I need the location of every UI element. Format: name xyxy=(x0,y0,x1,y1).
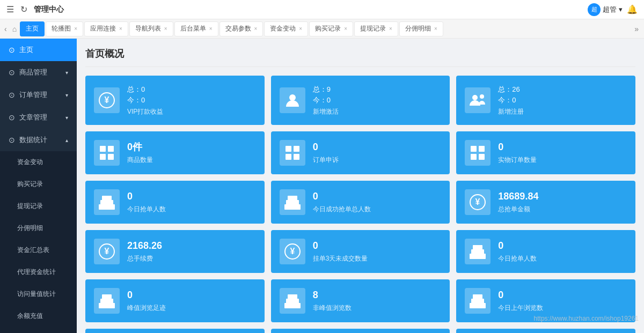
today-grab2-label: 今日抢单人数 xyxy=(498,254,627,263)
activate-icon xyxy=(280,87,305,113)
vip-icon: ¥ xyxy=(94,87,120,113)
user-menu[interactable]: 超 超管 ▾ xyxy=(588,3,623,16)
tab-withdraw-label: 提现记录 xyxy=(360,24,386,33)
tab-nav-home[interactable]: ⌂ xyxy=(10,25,19,33)
sidebar-item-fundchange[interactable]: 资金变动 xyxy=(0,151,77,173)
tab-commission-close[interactable]: × xyxy=(434,26,437,32)
top-bar-right: 超 超管 ▾ 🔔 xyxy=(588,3,638,16)
sidebar-item-recharge[interactable]: 余额充值 xyxy=(0,305,77,327)
today-grab2-value: 0 xyxy=(498,240,627,252)
user-dropdown-icon: ▾ xyxy=(619,5,623,13)
nonpeak-browse-label: 非峰值浏览数 xyxy=(313,304,442,313)
tab-withdraw[interactable]: 提现记录 × xyxy=(354,21,398,36)
order-appeal-value: 0 xyxy=(313,141,442,153)
pending-3days-label: 挂单3天未成交数量 xyxy=(313,254,442,263)
activate-label: 新增激活 xyxy=(313,107,442,116)
tab-home[interactable]: 主页 xyxy=(20,21,45,36)
username: 超管 xyxy=(603,5,617,14)
svg-rect-18 xyxy=(100,200,113,205)
tab-nav-back[interactable]: ‹ xyxy=(2,25,9,33)
svg-text:¥: ¥ xyxy=(105,95,109,105)
svg-rect-30 xyxy=(471,249,484,254)
total-grab-amount-label: 总抢单金额 xyxy=(498,205,627,214)
svg-rect-32 xyxy=(99,303,115,308)
stats-grid: ¥ 总：0 今：0 VIP打款收益 总：9 xyxy=(85,76,635,333)
fundsummary-label: 资金汇总表 xyxy=(17,246,49,255)
goods-icon: ⊙ xyxy=(9,68,15,77)
sidebar-order-label: 订单管理 xyxy=(19,90,47,100)
content-area: 首页概况 ¥ 总：0 今：0 VIP打款收益 xyxy=(77,39,644,333)
sidebar-item-article[interactable]: ⊙ 文章管理 ▾ xyxy=(0,106,77,129)
peak-browse-value: 0 xyxy=(127,289,256,301)
refresh-icon[interactable]: ↻ xyxy=(20,4,27,14)
tab-navlist[interactable]: 导航列表 × xyxy=(129,21,173,36)
menu-icon[interactable]: ☰ xyxy=(6,4,14,14)
tab-commission-label: 分佣明细 xyxy=(405,24,431,33)
tab-tradeparams[interactable]: 交易参数 × xyxy=(219,21,264,36)
sidebar-item-home[interactable]: ⊙ 主页 xyxy=(0,39,77,61)
sidebar-item-visitstats[interactable]: 访问量值统计 xyxy=(0,283,77,305)
home-icon: ⊙ xyxy=(9,46,15,54)
svg-rect-21 xyxy=(286,200,299,205)
activate-info: 总：9 今：0 新增激活 xyxy=(313,84,442,116)
total-grab-amount-value: 18689.84 xyxy=(498,190,627,203)
stats-icon: ⊙ xyxy=(9,136,15,144)
buyrecord-label: 购买记录 xyxy=(17,180,43,189)
top-bar-left: ☰ ↻ 管理中心 xyxy=(6,4,64,14)
activate-total: 总：9 xyxy=(313,84,442,95)
sidebar-item-commission[interactable]: 分佣明细 xyxy=(0,217,77,239)
fundchange-label: 资金变动 xyxy=(17,158,43,167)
tab-commission[interactable]: 分佣明细 × xyxy=(399,21,443,36)
bell-icon[interactable]: 🔔 xyxy=(627,4,638,14)
physical-order-value: 0 xyxy=(498,141,627,153)
sidebar-item-fundsummary[interactable]: 资金汇总表 xyxy=(0,239,77,261)
tab-buyrecord-close[interactable]: × xyxy=(344,26,347,32)
sidebar-article-label: 文章管理 xyxy=(19,113,47,122)
sidebar-item-withdrawrecord[interactable]: 提现记录 xyxy=(0,195,77,217)
top-bar: ☰ ↻ 管理中心 超 超管 ▾ 🔔 xyxy=(0,0,644,19)
physical-order-label: 实物订单数量 xyxy=(498,156,627,165)
tab-applink[interactable]: 应用连接 × xyxy=(84,21,128,36)
peak-browse-icon xyxy=(94,288,120,314)
stat-card-total-fee: ¥ 2168.26 总手续费 xyxy=(85,230,265,273)
tab-withdraw-close[interactable]: × xyxy=(389,26,392,32)
sidebar-item-goods[interactable]: ⊙ 商品管理 ▾ xyxy=(0,61,77,84)
svg-rect-13 xyxy=(471,146,477,152)
tab-more-btn[interactable]: » xyxy=(631,25,642,33)
today-grab2-icon xyxy=(465,239,491,264)
vip-total: 总：0 xyxy=(127,84,256,95)
tab-buyrecord[interactable]: 购买记录 × xyxy=(309,21,353,36)
tab-backendmenu-close[interactable]: × xyxy=(209,26,213,32)
sidebar-item-stats[interactable]: ⊙ 数据统计 ▴ xyxy=(0,129,77,151)
total-fee-label: 总手续费 xyxy=(127,254,256,263)
svg-rect-7 xyxy=(100,154,106,160)
vip-info: 总：0 今：0 VIP打款收益 xyxy=(127,84,256,116)
page-title: 首页概况 xyxy=(85,47,635,67)
tab-applink-close[interactable]: × xyxy=(119,26,122,32)
today-success-grab-icon xyxy=(280,189,305,215)
svg-rect-31 xyxy=(473,245,482,250)
svg-rect-40 xyxy=(473,294,482,299)
tab-fundchange-close[interactable]: × xyxy=(299,26,302,32)
sidebar-item-appstats[interactable]: APP统计 xyxy=(0,327,77,333)
today-success-grab-value: 0 xyxy=(313,190,442,203)
svg-rect-39 xyxy=(471,299,484,304)
pending-3days-value: 0 xyxy=(313,240,442,252)
total-grab-amount-icon: ¥ xyxy=(465,189,491,215)
tab-bar: ‹ ⌂ 主页 轮播图 × 应用连接 × 导航列表 × 后台菜单 × 交易参数 ×… xyxy=(0,19,644,39)
sidebar-item-agentfund[interactable]: 代理资金统计 xyxy=(0,261,77,283)
sidebar-item-buyrecord[interactable]: 购买记录 xyxy=(0,173,77,195)
tab-fundchange[interactable]: 资金变动 × xyxy=(264,21,308,36)
tab-tradeparams-close[interactable]: × xyxy=(254,26,258,32)
stat-card-physical-order: 0 实物订单数量 xyxy=(456,131,635,174)
sidebar-stats-label: 数据统计 xyxy=(19,135,47,145)
svg-rect-14 xyxy=(479,146,485,152)
sidebar-item-order[interactable]: ⊙ 订单管理 ▾ xyxy=(0,84,77,106)
tab-backendmenu[interactable]: 后台菜单 × xyxy=(174,21,218,36)
tab-navlist-close[interactable]: × xyxy=(164,26,167,32)
commission-label: 分佣明细 xyxy=(17,224,43,233)
app-title: 管理中心 xyxy=(34,5,64,14)
tab-carousel[interactable]: 轮播图 × xyxy=(46,21,83,36)
register-icon xyxy=(465,87,491,113)
tab-carousel-close[interactable]: × xyxy=(74,26,77,32)
